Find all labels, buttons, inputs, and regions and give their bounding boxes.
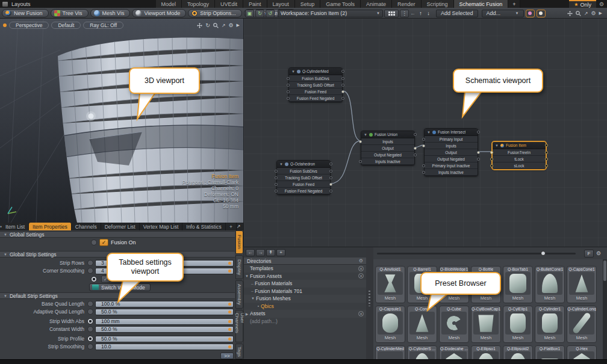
preset-tile[interactable]: Q-CylinderS ...Mesh	[407, 345, 437, 359]
maximize-icon[interactable]: ↗	[584, 11, 588, 16]
channel-toggle-icon[interactable]	[87, 260, 93, 266]
overlay-toggle-pink[interactable]	[526, 10, 535, 17]
channel-toggle-icon[interactable]	[91, 239, 97, 245]
side-tab-tags[interactable]: Tags	[235, 344, 243, 359]
dir-item-qbics[interactable]: •Qbics	[244, 303, 366, 310]
preset-tile[interactable]: Q-Ellipsoid2Mesh	[503, 345, 533, 359]
tab-item-properties[interactable]: Item Properties	[29, 223, 72, 230]
pan-icon[interactable]	[197, 23, 202, 28]
preset-tile[interactable]: Q-CylinderLongMesh	[567, 306, 597, 343]
node-port[interactable]	[275, 190, 278, 193]
remove-icon[interactable]: ✕	[358, 266, 364, 271]
side-tab-display[interactable]: Display	[235, 255, 243, 280]
side-tab-fusion[interactable]: Fusion	[235, 230, 243, 254]
side-tab-user-channels[interactable]: User Channels	[235, 310, 243, 342]
workspace-dropdown[interactable]: Workspace: Fusion Item (2)▼	[278, 10, 383, 17]
grid-layout-button[interactable]	[384, 10, 399, 17]
node-port[interactable]	[287, 77, 290, 80]
node-port[interactable]	[329, 170, 332, 173]
dir-item-templates[interactable]: Templates✕	[244, 265, 366, 273]
arrow-up-icon[interactable]: ↑	[417, 10, 425, 16]
forward-button[interactable]: →	[256, 249, 265, 256]
width-mode-radio[interactable]	[91, 276, 97, 282]
tree-vis-button[interactable]: Tree Vis	[51, 9, 89, 17]
preset-tile[interactable]: Q-CylBowlCap1Mesh	[471, 306, 501, 343]
gear-icon[interactable]: ⚙	[229, 22, 234, 28]
tab-channels[interactable]: Channels	[72, 223, 101, 230]
dir-item-assets[interactable]: ▶Assets✕	[244, 310, 366, 318]
tab-layout[interactable]: Layout	[267, 0, 295, 8]
viewport-dot-icon[interactable]	[3, 23, 7, 27]
mesh-vis-button[interactable]: Mesh Vis	[90, 9, 131, 17]
preset-tile[interactable]: Q-Capsule1Mesh	[375, 306, 405, 343]
gear-icon[interactable]: ⚙	[596, 250, 601, 256]
preset-tile[interactable]: Q-BoxTab1Mesh	[503, 266, 533, 303]
preset-tile[interactable]: Q-CapsCone1Mesh	[567, 266, 597, 303]
filter-button[interactable]: F	[584, 250, 594, 258]
node-port[interactable]	[490, 158, 493, 161]
node-port[interactable]	[275, 170, 278, 173]
layouts-menu[interactable]: Layouts	[11, 1, 31, 7]
tab-schematic-fusion[interactable]: Schematic Fusion	[454, 0, 509, 8]
new-fusion-button[interactable]: New Fusion	[2, 9, 49, 17]
node-port[interactable]	[477, 158, 480, 161]
collapse-icon[interactable]: ▶	[244, 312, 250, 316]
back-button[interactable]: ←	[246, 249, 255, 256]
zoom-icon[interactable]	[213, 23, 219, 28]
add-path-button[interactable]: +	[276, 249, 285, 256]
tab-info-statistics[interactable]: Info & Statistics	[182, 223, 226, 230]
projection-button[interactable]: Perspective	[9, 22, 49, 29]
orbit-icon[interactable]: ↻	[205, 22, 210, 28]
add-layout-tab-button[interactable]: +	[508, 0, 520, 8]
strip-profile-input[interactable]: 50.0 %	[95, 336, 234, 342]
tab-game-tools[interactable]: Game Tools	[320, 0, 361, 8]
tab-paint[interactable]: Paint	[243, 0, 267, 8]
node-port[interactable]	[422, 138, 425, 141]
channel-toggle-icon[interactable]	[87, 326, 93, 332]
schematic-node-fusion-item[interactable]: ▼Fusion Item FusionTreeIn tLock sLock	[492, 141, 546, 170]
gear-icon[interactable]: ⚙	[596, 1, 607, 7]
node-port[interactable]	[329, 190, 332, 193]
schematic-node-q-cylindermed[interactable]: ▼Q-CylinderMed Fusion SubDivs Tracking S…	[288, 67, 343, 102]
scrollbar-thumb[interactable]	[603, 261, 606, 281]
node-port[interactable]	[422, 171, 425, 174]
add-dropdown[interactable]: Add...▼	[482, 10, 524, 17]
zoom-icon[interactable]	[576, 11, 581, 16]
tab-topology[interactable]: Topology	[182, 0, 215, 8]
add-workspace-icon[interactable]: ▣	[245, 10, 254, 17]
arrow-down-icon[interactable]: ↓	[425, 10, 432, 16]
channel-toggle-icon[interactable]	[87, 309, 93, 315]
preset-tile[interactable]: Q-BulletCone1Mesh	[535, 266, 565, 303]
schematic-viewport[interactable]: ▼Q-CylinderMed Fusion SubDivs Tracking S…	[243, 19, 607, 247]
node-port[interactable]	[545, 151, 548, 154]
thumbnail-size-slider[interactable]	[377, 253, 576, 254]
expand-icon[interactable]: ▼	[244, 274, 250, 278]
gear-icon[interactable]: ⚙	[591, 10, 596, 16]
node-port[interactable]	[287, 90, 290, 93]
node-port[interactable]	[341, 90, 344, 93]
maximize-icon[interactable]: ↗	[222, 23, 226, 28]
node-port[interactable]	[490, 164, 493, 167]
dir-item-add-path[interactable]: (add path...)	[244, 318, 366, 325]
node-port[interactable]	[329, 176, 332, 179]
maximize-icon[interactable]: ↗	[237, 224, 241, 229]
only-filter-button[interactable]: ★ Only	[569, 0, 596, 8]
overlay-toggle-white[interactable]	[537, 10, 546, 17]
channel-toggle-icon[interactable]	[87, 336, 93, 342]
adaptive-quad-length-input[interactable]: 50.0 %	[95, 309, 234, 315]
channel-toggle-icon[interactable]	[87, 344, 93, 350]
node-port[interactable]	[545, 158, 548, 161]
node-port[interactable]	[287, 97, 290, 100]
constant-width-input[interactable]: 50.0 %	[95, 326, 234, 333]
node-port[interactable]	[329, 162, 332, 165]
fusion-on-checkbox[interactable]: ✓	[99, 239, 108, 246]
panel-menu-icon[interactable]: ▶	[599, 11, 602, 16]
tab-model[interactable]: Model	[156, 0, 182, 8]
tab-item-list[interactable]: Item List	[2, 223, 29, 230]
node-port[interactable]	[275, 176, 278, 179]
node-port[interactable]	[359, 160, 362, 163]
pan-icon[interactable]	[567, 11, 573, 16]
dir-item-fusion-materials[interactable]: –Fusion Materials	[244, 280, 366, 288]
preset-tile[interactable]: Q-Anviloid1Mesh	[375, 266, 405, 303]
preset-tile[interactable]: Q-HexMesh	[567, 345, 597, 359]
